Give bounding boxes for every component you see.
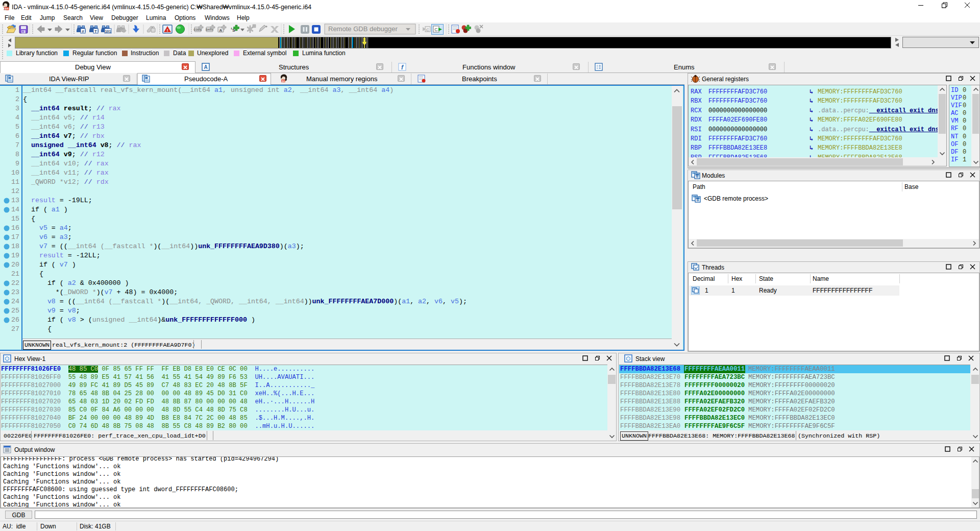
svg-text:B: B (696, 198, 699, 202)
svg-text:B: B (696, 175, 698, 178)
svg-text:#: # (82, 29, 84, 34)
svg-text:T: T (94, 29, 97, 34)
svg-text:C: C (426, 28, 429, 32)
svg-text:Remote GDB debugger: Remote GDB debugger (328, 25, 398, 33)
svg-text:101: 101 (105, 30, 111, 33)
svg-text:A: A (204, 64, 207, 70)
svg-text:A: A (219, 28, 223, 33)
svg-text:!: ! (167, 28, 168, 33)
svg-text:C: C (434, 27, 438, 32)
svg-text:64: 64 (282, 80, 285, 83)
